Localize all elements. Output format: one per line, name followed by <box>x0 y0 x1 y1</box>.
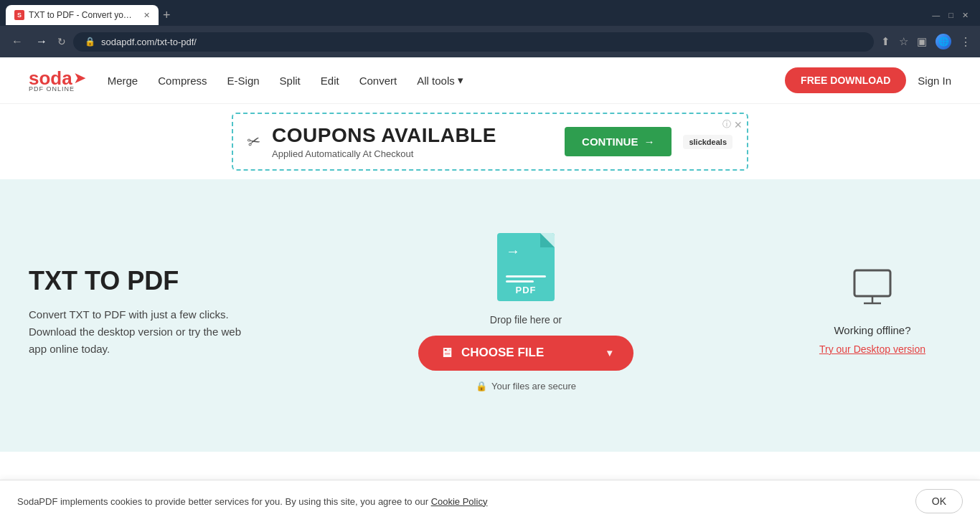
tab-favicon: S <box>14 10 24 20</box>
refresh-button[interactable]: ↻ <box>57 36 66 47</box>
right-section: Working offline? Try our Desktop version <box>793 269 951 355</box>
bookmark-icon[interactable]: ☆ <box>899 35 908 48</box>
chevron-down-icon: ▾ <box>458 74 463 87</box>
ad-inner: ✂ COUPONS AVAILABLE Applied Automaticall… <box>232 113 748 171</box>
logo-text-group: soda ➤ PDF ONLINE <box>29 69 86 92</box>
nav-actions: FREE DOWNLOAD Sign In <box>785 67 951 93</box>
ad-close-buttons: ⓘ ✕ <box>722 118 743 130</box>
desktop-monitor-icon <box>851 269 894 317</box>
pdf-arrow-icon: → <box>506 243 520 260</box>
pdf-corner-fold <box>540 233 555 247</box>
main-nav: Merge Compress E-Sign Split Edit Convert… <box>108 74 785 87</box>
free-download-button[interactable]: FREE DOWNLOAD <box>785 67 906 93</box>
pdf-body: → PDF <box>497 233 555 301</box>
logo-soda-text: soda <box>29 69 72 87</box>
slickdeals-text: slickdeals <box>683 135 732 149</box>
url-text: sodapdf.com/txt-to-pdf/ <box>101 37 197 47</box>
logo[interactable]: soda ➤ PDF ONLINE <box>29 69 86 92</box>
site-header: soda ➤ PDF ONLINE Merge Compress E-Sign … <box>0 57 980 104</box>
tab-title: TXT to PDF - Convert your TXT t... <box>29 10 136 20</box>
menu-icon[interactable]: ⋮ <box>960 35 971 49</box>
dropdown-arrow-icon: ▾ <box>607 347 612 359</box>
desktop-version-link[interactable]: Try our Desktop version <box>819 343 925 355</box>
main-content: TXT TO PDF Convert TXT to PDF with just … <box>0 179 980 452</box>
page-description: Convert TXT to PDF with just a few click… <box>29 306 258 358</box>
nav-compress[interactable]: Compress <box>158 75 207 87</box>
choose-file-label: CHOOSE FILE <box>461 346 544 360</box>
maximize-button[interactable]: □ <box>948 11 953 20</box>
ad-continue-button[interactable]: CONTINUE → <box>565 127 672 156</box>
window-controls: — □ ✕ <box>932 11 974 20</box>
new-tab-button[interactable]: + <box>163 9 171 22</box>
ad-subtext: Applied Automatically At Checkout <box>272 148 553 159</box>
ad-info-icon[interactable]: ⓘ <box>722 118 731 130</box>
nav-all-tools[interactable]: All tools ▾ <box>417 74 463 87</box>
nav-convert[interactable]: Convert <box>359 75 397 87</box>
pdf-line-1 <box>506 275 546 277</box>
center-section: → PDF Drop file here or 🖥 CHOOSE FILE ▾ … <box>258 233 793 392</box>
working-offline-text: Working offline? <box>834 324 910 336</box>
tab-close-icon[interactable]: ✕ <box>143 11 150 20</box>
browser-chrome: S TXT to PDF - Convert your TXT t... ✕ +… <box>0 0 980 57</box>
profile-icon[interactable]: 🌐 <box>936 34 951 49</box>
back-button[interactable]: ← <box>9 34 26 49</box>
extension-icon[interactable]: ▣ <box>917 35 927 48</box>
sign-in-button[interactable]: Sign In <box>918 75 951 87</box>
lock-green-icon: 🔒 <box>476 381 487 392</box>
pdf-line-2 <box>506 280 534 283</box>
close-button[interactable]: ✕ <box>962 11 969 20</box>
choose-file-left: 🖥 CHOOSE FILE <box>440 346 544 361</box>
ad-headline: COUPONS AVAILABLE <box>272 124 553 147</box>
forward-button[interactable]: → <box>33 34 50 49</box>
secure-text: 🔒 Your files are secure <box>476 381 576 392</box>
drop-text: Drop file here or <box>490 314 562 326</box>
logo-sub-text: PDF ONLINE <box>29 86 86 92</box>
tab-bar: S TXT to PDF - Convert your TXT t... ✕ +… <box>0 0 980 26</box>
pdf-lines <box>506 275 546 285</box>
scissors-icon: ✂ <box>245 131 263 153</box>
nav-edit[interactable]: Edit <box>321 75 339 87</box>
arrow-right-icon: → <box>644 136 654 148</box>
svg-rect-0 <box>854 270 890 296</box>
share-icon[interactable]: ⬆ <box>881 35 890 48</box>
active-tab[interactable]: S TXT to PDF - Convert your TXT t... ✕ <box>6 5 159 25</box>
ad-text-group: COUPONS AVAILABLE Applied Automatically … <box>272 124 553 159</box>
minimize-button[interactable]: — <box>932 11 940 20</box>
ad-close-icon[interactable]: ✕ <box>734 119 743 130</box>
left-section: TXT TO PDF Convert TXT to PDF with just … <box>29 266 258 358</box>
monitor-icon: 🖥 <box>440 346 453 361</box>
page-title: TXT TO PDF <box>29 266 258 296</box>
nav-esign[interactable]: E-Sign <box>227 75 260 87</box>
pdf-file-icon: → PDF <box>497 233 555 301</box>
nav-merge[interactable]: Merge <box>108 75 138 87</box>
choose-file-button[interactable]: 🖥 CHOOSE FILE ▾ <box>418 336 633 371</box>
address-bar: ← → ↻ 🔒 sodapdf.com/txt-to-pdf/ ⬆ ☆ ▣ 🌐 … <box>0 26 980 57</box>
pdf-label: PDF <box>497 285 555 295</box>
ad-slickdeals-logo: slickdeals <box>683 135 732 149</box>
secure-lock-icon: 🔒 <box>85 37 95 47</box>
logo-arrow-icon: ➤ <box>73 69 86 87</box>
nav-split[interactable]: Split <box>280 75 301 87</box>
ad-banner: ✂ COUPONS AVAILABLE Applied Automaticall… <box>0 104 980 179</box>
url-bar[interactable]: 🔒 sodapdf.com/txt-to-pdf/ <box>73 32 874 52</box>
browser-actions: ⬆ ☆ ▣ 🌐 ⋮ <box>881 34 971 49</box>
